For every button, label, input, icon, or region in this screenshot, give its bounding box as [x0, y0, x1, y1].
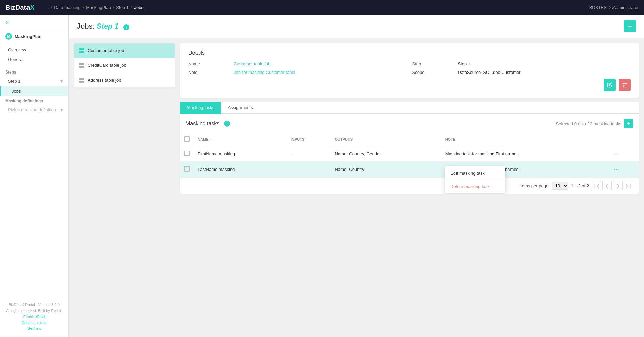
jobs-panel: Customer table job CreditCard table job …	[74, 43, 175, 88]
header-checkbox[interactable]	[184, 136, 190, 142]
row-inputs: -	[287, 146, 331, 162]
col-outputs: OUTPUTS	[331, 133, 441, 146]
page-range: 1 – 2 of 2	[571, 183, 589, 188]
tasks-table: NAME ↑ INPUTS OUTPUTS NOTE	[180, 133, 639, 177]
note-value: Job for masking Customer table.	[234, 70, 407, 75]
details-section-title: Details	[188, 50, 631, 56]
details-grid: Name Customer table job Step Step 1 Note…	[188, 61, 631, 75]
context-menu-delete[interactable]: Delete masking task	[445, 180, 505, 193]
footer-version: BizDataX Portal - Version 5.0.0	[5, 302, 63, 308]
list-item[interactable]: Customer table job	[74, 43, 175, 58]
grid-icon	[79, 78, 84, 83]
footer-rights: All rights reserved. Built by Ekobit.	[5, 308, 63, 314]
edit-button[interactable]	[604, 79, 616, 91]
table-header: NAME ↑ INPUTS OUTPUTS NOTE	[180, 133, 639, 146]
logo-text: BizDataX	[5, 4, 35, 11]
breadcrumb-jobs: Jobs	[134, 5, 143, 10]
sidebar-back-header: «	[0, 15, 68, 30]
chevron-down-icon: ▾	[60, 78, 63, 84]
breadcrumb-step1[interactable]: Step 1	[116, 5, 129, 10]
add-button-top[interactable]: +	[624, 20, 636, 32]
masking-tasks-header: Masking tasks i Selected 0 out of 2 mask…	[180, 114, 639, 133]
tasks-table-wrapper: NAME ↑ INPUTS OUTPUTS NOTE	[180, 133, 639, 177]
sidebar-masking-def-title: Masking definitions	[0, 96, 68, 105]
sidebar-nav-section: Overview General	[0, 42, 68, 67]
row-outputs: Name, Country, Gender	[331, 146, 441, 162]
breadcrumb: ... / Data masking / MaskingPlan / Step …	[45, 5, 143, 10]
tabs-row: Masking tasks Assignments	[180, 102, 639, 114]
row-checkbox-cell	[180, 162, 194, 177]
back-button[interactable]: «	[5, 19, 9, 26]
details-panel: Details Name Customer table job Step Ste…	[180, 43, 639, 332]
page-last-button[interactable]: ❯❘	[624, 181, 633, 190]
row-name: FirstName masking	[194, 146, 287, 162]
context-menu-edit[interactable]: Edit masking task	[445, 166, 505, 180]
pagination-row: Items per page: 10 25 50 1 – 2 of 2 ❘❮ ❮…	[180, 177, 639, 194]
page-next-button[interactable]: ❯	[613, 181, 623, 190]
content-area: Jobs: Step 1 i + Customer table job	[69, 15, 644, 337]
row-more-button[interactable]: ···	[614, 150, 620, 157]
col-inputs: INPUTS	[287, 133, 331, 146]
sidebar: « M MaskingPlan Overview General Steps S…	[0, 15, 69, 337]
topnav: BizDataX ... / Data masking / MaskingPla…	[0, 0, 644, 15]
delete-button[interactable]	[619, 79, 631, 91]
footer-link-docs[interactable]: Documentation	[5, 320, 63, 326]
logo: BizDataX	[5, 4, 35, 11]
masking-tasks-card: Masking tasks Assignments Masking tasks …	[180, 102, 639, 194]
col-note: NOTE	[441, 133, 610, 146]
page-info-icon[interactable]: i	[123, 24, 129, 30]
row-note: Masking task for masking First names.	[441, 146, 610, 162]
plan-icon: M	[5, 33, 12, 40]
table-row: FirstName masking - Name, Country, Gende…	[180, 146, 639, 162]
list-item[interactable]: Address table job	[74, 73, 175, 88]
chevron-down-icon-def: ▾	[60, 107, 63, 113]
sidebar-steps-title: Steps	[0, 67, 68, 76]
name-label: Name	[188, 61, 228, 66]
content-scroll: Customer table job CreditCard table job …	[69, 38, 644, 337]
sidebar-item-maskingplan[interactable]: M MaskingPlan	[0, 30, 68, 42]
items-per-page-select[interactable]: 10 25 50	[552, 182, 568, 190]
page-prev-button[interactable]: ❮	[602, 181, 612, 190]
scope-value: DataSource_SQL.dbo.Customer	[458, 70, 631, 75]
sidebar-item-jobs[interactable]: Jobs	[0, 86, 68, 96]
breadcrumb-masking-plan[interactable]: MaskingPlan	[86, 5, 111, 10]
page-title: Jobs: Step 1 i	[77, 22, 129, 31]
grid-icon	[79, 63, 84, 68]
name-value: Customer table job	[234, 61, 407, 66]
col-name: NAME ↑	[194, 133, 287, 146]
plan-label: MaskingPlan	[15, 34, 41, 39]
sidebar-item-overview[interactable]: Overview	[0, 45, 68, 55]
table-body: FirstName masking - Name, Country, Gende…	[180, 146, 639, 177]
tab-assignments[interactable]: Assignments	[221, 102, 259, 114]
sidebar-item-general[interactable]: General	[0, 55, 68, 64]
row-more-button[interactable]: ···	[614, 166, 620, 173]
row-checkbox-cell	[180, 146, 194, 162]
list-item[interactable]: CreditCard table job	[74, 58, 175, 73]
topnav-user: BDXTEST2\Administrator	[589, 5, 639, 10]
footer-link-help[interactable]: Get help	[5, 326, 63, 332]
tab-masking-tasks[interactable]: Masking tasks	[180, 102, 221, 114]
scope-label: Scope	[412, 70, 452, 75]
sort-icon: ↑	[211, 137, 213, 141]
table-row: LastName masking Name, Country Masking t…	[180, 162, 639, 177]
items-per-page: Items per page: 10 25 50	[519, 182, 568, 190]
step-value: Step 1	[458, 61, 631, 66]
add-masking-task-button[interactable]: +	[624, 119, 633, 128]
breadcrumb-ellipsis: ...	[45, 5, 49, 10]
masking-tasks-info-icon[interactable]: i	[224, 121, 230, 127]
topnav-left: BizDataX ... / Data masking / MaskingPla…	[5, 4, 143, 11]
row-checkbox[interactable]	[184, 151, 190, 156]
sidebar-item-step1[interactable]: Step 1 ▾	[0, 76, 68, 86]
row-more-cell: ···	[610, 146, 639, 162]
details-actions	[188, 79, 631, 91]
breadcrumb-data-masking[interactable]: Data masking	[54, 5, 80, 10]
col-checkbox	[180, 133, 194, 146]
footer-link-ekobit[interactable]: Ekobit official	[5, 314, 63, 320]
details-card: Details Name Customer table job Step Ste…	[180, 43, 639, 98]
row-name: LastName masking	[194, 162, 287, 177]
row-outputs: Name, Country	[331, 162, 441, 177]
sidebar-pick-masking-def[interactable]: Pick a masking definition ▾	[0, 105, 68, 115]
row-checkbox[interactable]	[184, 166, 190, 172]
page-header: Jobs: Step 1 i +	[69, 15, 644, 38]
page-first-button[interactable]: ❘❮	[592, 181, 601, 190]
